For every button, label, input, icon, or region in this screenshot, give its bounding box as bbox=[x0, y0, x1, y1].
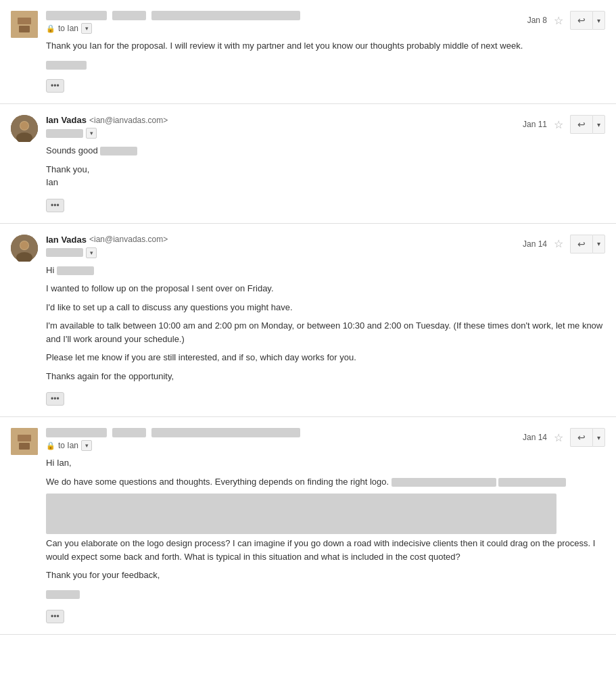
body-text-3-hi: Hi bbox=[46, 264, 605, 277]
email-item-4: 🔒 to Ian ▾ Jan 14 ☆ ↩ ▾ Hi Ian, bbox=[0, 417, 616, 635]
more-button-1[interactable]: ▾ bbox=[592, 11, 605, 30]
lock-icon-4: 🔒 bbox=[46, 441, 55, 450]
expand-dots-1[interactable]: ••• bbox=[46, 79, 64, 93]
email-body-4: Hi Ian, We do have some questions and th… bbox=[46, 456, 605, 623]
action-group-4: ↩ ▾ bbox=[570, 428, 605, 447]
email-content-1: 🔒 to Ian ▾ Jan 8 ☆ ↩ ▾ Thank you Ian for… bbox=[46, 11, 605, 93]
sender-info-3: Ian Vadas <ian@ianvadas.com> ▾ bbox=[46, 235, 168, 258]
avatar-ian-3 bbox=[11, 235, 38, 262]
sender-name-blurred-4 bbox=[46, 428, 107, 437]
recipient-to-line-3: ▾ bbox=[46, 247, 168, 258]
sender-name-line-4 bbox=[46, 428, 300, 437]
to-blurred-3 bbox=[46, 248, 83, 257]
blurred-footer-1 bbox=[46, 61, 87, 70]
sender-name-blurred-4b bbox=[112, 428, 146, 437]
more-button-4[interactable]: ▾ bbox=[592, 428, 605, 447]
email-item-1: 🔒 to Ian ▾ Jan 8 ☆ ↩ ▾ Thank you Ian for… bbox=[0, 0, 616, 104]
sender-name-3: Ian Vadas bbox=[46, 235, 87, 245]
dropdown-arrow-2[interactable]: ▾ bbox=[86, 128, 97, 139]
body-text-4a: Hi Ian, bbox=[46, 456, 605, 470]
lock-icon-1: 🔒 bbox=[46, 24, 55, 33]
dropdown-arrow-1[interactable]: ▾ bbox=[81, 23, 92, 34]
body-text-3d: Please let me know if you are still inte… bbox=[46, 351, 605, 364]
body-text-3c: I'm available to talk between 10:00 am a… bbox=[46, 319, 605, 345]
expand-dots-3[interactable]: ••• bbox=[46, 392, 64, 406]
recipient-to-line-2: ▾ bbox=[46, 128, 168, 139]
email-content-4: 🔒 to Ian ▾ Jan 14 ☆ ↩ ▾ Hi Ian, bbox=[46, 428, 605, 623]
dropdown-arrow-4[interactable]: ▾ bbox=[81, 440, 92, 451]
email-body-2: Sounds good Thank you,Ian ••• bbox=[46, 144, 605, 212]
dropdown-arrow-3[interactable]: ▾ bbox=[86, 247, 97, 258]
email-header-3: Ian Vadas <ian@ianvadas.com> ▾ Jan 14 ☆ … bbox=[46, 235, 605, 258]
more-button-2[interactable]: ▾ bbox=[592, 115, 605, 134]
to-text-1: to Ian bbox=[58, 24, 78, 33]
body-text-4c: Can you elaborate on the logo design pro… bbox=[46, 537, 605, 563]
expand-dots-2[interactable]: ••• bbox=[46, 199, 64, 212]
blurred-sign-4 bbox=[46, 590, 80, 599]
avatar-user-1 bbox=[11, 11, 38, 38]
blurred-inline-4b bbox=[498, 478, 566, 487]
reply-button-4[interactable]: ↩ bbox=[570, 428, 592, 447]
star-button-3[interactable]: ☆ bbox=[552, 236, 565, 251]
email-header-1: 🔒 to Ian ▾ Jan 8 ☆ ↩ ▾ bbox=[46, 11, 605, 34]
svg-point-10 bbox=[20, 241, 28, 249]
sender-info-4: 🔒 to Ian ▾ bbox=[46, 428, 300, 451]
svg-rect-13 bbox=[19, 443, 30, 450]
reply-button-2[interactable]: ↩ bbox=[570, 115, 592, 134]
reply-button-3[interactable]: ↩ bbox=[570, 235, 592, 254]
action-group-3: ↩ ▾ bbox=[570, 235, 605, 254]
recipient-to-line-4: 🔒 to Ian ▾ bbox=[46, 440, 300, 451]
date-4: Jan 14 bbox=[523, 433, 547, 442]
action-group-1: ↩ ▾ bbox=[570, 11, 605, 30]
star-button-1[interactable]: ☆ bbox=[552, 13, 565, 28]
to-text-4: to Ian bbox=[58, 441, 78, 450]
email-item-2: Ian Vadas <ian@ianvadas.com> ▾ Jan 11 ☆ … bbox=[0, 104, 616, 224]
body-text-3b: I'd like to set up a call to discuss any… bbox=[46, 301, 605, 314]
sender-name-blurred-1 bbox=[46, 11, 107, 20]
header-right-2: Jan 11 ☆ ↩ ▾ bbox=[523, 115, 605, 134]
body-text-3a: I wanted to follow up on the proposal I … bbox=[46, 282, 605, 295]
recipient-to-line-1: 🔒 to Ian ▾ bbox=[46, 23, 300, 34]
body-text-3e: Thanks again for the opportunity, bbox=[46, 370, 605, 383]
star-button-2[interactable]: ☆ bbox=[552, 117, 565, 133]
body-text-2a: Sounds good bbox=[46, 144, 605, 158]
sender-name-blurred-1c bbox=[151, 11, 300, 20]
expand-dots-4[interactable]: ••• bbox=[46, 610, 64, 623]
more-button-3[interactable]: ▾ bbox=[592, 235, 605, 254]
email-thread: 🔒 to Ian ▾ Jan 8 ☆ ↩ ▾ Thank you Ian for… bbox=[0, 0, 616, 635]
sender-email-2: <ian@ianvadas.com> bbox=[89, 116, 168, 125]
svg-point-6 bbox=[20, 122, 28, 130]
email-body-3: Hi I wanted to follow up on the proposal… bbox=[46, 264, 605, 406]
blurred-inline-4a bbox=[392, 478, 496, 487]
svg-rect-2 bbox=[19, 26, 30, 32]
to-blurred-2 bbox=[46, 129, 83, 138]
sender-info-1: 🔒 to Ian ▾ bbox=[46, 11, 300, 34]
email-item-3: Ian Vadas <ian@ianvadas.com> ▾ Jan 14 ☆ … bbox=[0, 224, 616, 418]
svg-rect-12 bbox=[18, 435, 31, 441]
avatar-ian-2 bbox=[11, 115, 38, 142]
blurred-name-3 bbox=[57, 266, 94, 275]
body-text-2b: Thank you,Ian bbox=[46, 163, 605, 189]
header-right-3: Jan 14 ☆ ↩ ▾ bbox=[523, 235, 605, 254]
sender-name-line-2: Ian Vadas <ian@ianvadas.com> bbox=[46, 115, 168, 125]
action-group-2: ↩ ▾ bbox=[570, 115, 605, 134]
date-3: Jan 14 bbox=[523, 239, 547, 249]
sender-info-2: Ian Vadas <ian@ianvadas.com> ▾ bbox=[46, 115, 168, 139]
star-button-4[interactable]: ☆ bbox=[552, 430, 565, 446]
sender-name-line-1 bbox=[46, 11, 300, 20]
reply-button-1[interactable]: ↩ bbox=[570, 11, 592, 30]
sender-name-blurred-1b bbox=[112, 11, 146, 20]
body-text-4e bbox=[46, 587, 605, 601]
avatar-user-4 bbox=[11, 428, 38, 455]
body-text-4d: Thank you for your feedback, bbox=[46, 569, 605, 582]
date-2: Jan 11 bbox=[523, 120, 547, 129]
body-text-4b: We do have some questions and thoughts. … bbox=[46, 475, 605, 489]
sender-name-line-3: Ian Vadas <ian@ianvadas.com> bbox=[46, 235, 168, 245]
sender-email-3: <ian@ianvadas.com> bbox=[89, 235, 168, 244]
email-header-4: 🔒 to Ian ▾ Jan 14 ☆ ↩ ▾ bbox=[46, 428, 605, 451]
header-right-4: Jan 14 ☆ ↩ ▾ bbox=[523, 428, 605, 447]
email-content-2: Ian Vadas <ian@ianvadas.com> ▾ Jan 11 ☆ … bbox=[46, 115, 605, 212]
email-content-3: Ian Vadas <ian@ianvadas.com> ▾ Jan 14 ☆ … bbox=[46, 235, 605, 406]
email-body-1: Thank you Ian for the proposal. I will r… bbox=[46, 39, 605, 93]
blurred-image-4 bbox=[46, 494, 556, 534]
